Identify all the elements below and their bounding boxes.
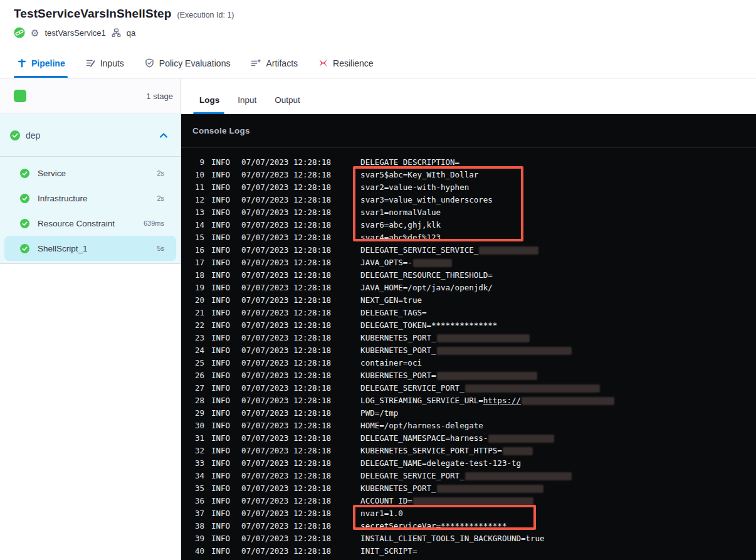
- pipeline-icon: [18, 58, 26, 68]
- log-line: 11 INFO 07/07/2023 12:28:18 svar2=value-…: [181, 181, 756, 194]
- log-line: 30 INFO 07/07/2023 12:28:18 HOME=/opt/ha…: [181, 420, 756, 432]
- service-name[interactable]: testVarsService1: [45, 28, 105, 38]
- log-line: 20 INFO 07/07/2023 12:28:18 NEXT_GEN=tru…: [181, 294, 756, 307]
- log-text: DELEGATE_NAMESPACE=harness-: [360, 432, 488, 445]
- log-timestamp: 07/07/2023 12:28:18: [241, 457, 331, 470]
- log-message: secretServiceVar=**************: [360, 520, 507, 532]
- step-row[interactable]: ShellScript_1 5s: [4, 236, 176, 261]
- log-timestamp: 07/07/2023 12:28:18: [241, 294, 331, 307]
- log-line: 10 INFO 07/07/2023 12:28:18 svar5$abc=Ke…: [181, 169, 756, 181]
- tab-inputs[interactable]: Inputs: [86, 48, 124, 78]
- log-line: 12 INFO 07/07/2023 12:28:18 svar3=value_…: [181, 194, 756, 206]
- log-text: JAVA_OPTS=-: [360, 256, 412, 269]
- log-timestamp: 07/07/2023 12:28:18: [241, 244, 331, 256]
- log-timestamp: 07/07/2023 12:28:18: [241, 545, 331, 557]
- log-timestamp: 07/07/2023 12:28:18: [241, 319, 331, 332]
- log-message: DELEGATE_SERVICE_SERVICE_: [360, 244, 539, 256]
- tab-label: Pipeline: [31, 58, 65, 68]
- log-message: DELEGATE_TAGS=: [360, 307, 426, 319]
- log-text: JAVA_HOME=/opt/java/openjdk/: [360, 282, 493, 294]
- step-label: ShellScript_1: [38, 244, 88, 253]
- log-line-number: 14: [181, 219, 204, 231]
- log-line-number: 10: [181, 169, 204, 181]
- chevron-up-icon[interactable]: [159, 132, 168, 139]
- log-line-number: 19: [181, 282, 204, 294]
- log-timestamp: 07/07/2023 12:28:18: [241, 382, 331, 394]
- stage-success-icon: [10, 130, 20, 140]
- log-line: 38 INFO 07/07/2023 12:28:18 secretServic…: [181, 520, 756, 532]
- tab-label: Policy Evaluations: [159, 58, 231, 68]
- log-level: INFO: [211, 282, 230, 294]
- log-text: KUBERNETES_SERVICE_PORT_HTTPS=: [360, 445, 502, 457]
- log-message: KUBERNETES_PORT_: [360, 344, 572, 357]
- log-level: INFO: [211, 394, 230, 407]
- log-timestamp: 07/07/2023 12:28:18: [241, 307, 331, 319]
- log-level: INFO: [211, 470, 230, 482]
- console-log-area[interactable]: 9 INFO 07/07/2023 12:28:18 DELEGATE_DESC…: [181, 148, 756, 557]
- log-level: INFO: [211, 181, 230, 194]
- log-text: secretServiceVar=**************: [360, 520, 507, 532]
- log-message: DELEGATE_RESOURCE_THRESHOLD=: [360, 269, 493, 282]
- log-line-number: 34: [181, 470, 204, 482]
- log-message: KUBERNETES_PORT=: [360, 369, 537, 382]
- redacted-text: [437, 347, 572, 355]
- step-duration: 639ms: [144, 219, 164, 227]
- log-line-number: 16: [181, 244, 204, 256]
- log-level: INFO: [211, 507, 230, 520]
- resilience-chaos-icon: [318, 58, 328, 68]
- inputs-icon: [86, 58, 95, 68]
- log-link[interactable]: https://: [483, 394, 521, 407]
- tab-input[interactable]: Input: [238, 95, 256, 114]
- redacted-text: [488, 435, 554, 443]
- log-timestamp: 07/07/2023 12:28:18: [241, 357, 331, 369]
- tab-logs[interactable]: Logs: [199, 95, 219, 114]
- log-text: INIT_SCRIPT=: [360, 545, 417, 557]
- log-timestamp: 07/07/2023 12:28:18: [241, 369, 331, 382]
- log-timestamp: 07/07/2023 12:28:18: [241, 344, 331, 357]
- tab-pipeline[interactable]: Pipeline: [18, 48, 65, 78]
- log-text: KUBERNETES_PORT=: [360, 369, 436, 382]
- log-timestamp: 07/07/2023 12:28:18: [241, 231, 331, 244]
- log-line-number: 13: [181, 206, 204, 219]
- log-text: nvar1=1.0: [360, 507, 403, 520]
- log-line-number: 26: [181, 369, 204, 382]
- log-text: PWD=/tmp: [360, 407, 398, 420]
- log-line-number: 25: [181, 357, 204, 369]
- log-timestamp: 07/07/2023 12:28:18: [241, 282, 331, 294]
- log-text: HOME=/opt/harness-delegate: [360, 420, 483, 432]
- log-line-number: 32: [181, 445, 204, 457]
- redacted-text: [437, 334, 530, 342]
- environment-name[interactable]: qa: [127, 28, 135, 38]
- log-text: ACCOUNT_ID=: [360, 495, 412, 507]
- log-line: 22 INFO 07/07/2023 12:28:18 DELEGATE_TOK…: [181, 319, 756, 332]
- log-message: svar2=value-with-hyphen: [360, 181, 469, 194]
- redacted-text: [413, 497, 533, 505]
- log-line: 18 INFO 07/07/2023 12:28:18 DELEGATE_RES…: [181, 269, 756, 282]
- log-line: 39 INFO 07/07/2023 12:28:18 INSTALL_CLIE…: [181, 532, 756, 545]
- tab-resilience[interactable]: Resilience: [318, 48, 374, 78]
- log-text: NEXT_GEN=true: [360, 294, 422, 307]
- log-level: INFO: [211, 269, 230, 282]
- tab-policy-evaluations[interactable]: Policy Evaluations: [145, 48, 231, 78]
- stage-minimap-square[interactable]: [14, 90, 26, 102]
- log-level: INFO: [211, 382, 230, 394]
- log-timestamp: 07/07/2023 12:28:18: [241, 156, 331, 169]
- tab-output[interactable]: Output: [275, 95, 300, 114]
- shield-check-icon: [145, 58, 154, 68]
- log-level: INFO: [211, 369, 230, 382]
- log-line: 9 INFO 07/07/2023 12:28:18 DELEGATE_DESC…: [181, 156, 756, 169]
- log-line: 17 INFO 07/07/2023 12:28:18 JAVA_OPTS=-: [181, 256, 756, 269]
- log-timestamp: 07/07/2023 12:28:18: [241, 495, 331, 507]
- log-line-number: 20: [181, 294, 204, 307]
- step-row[interactable]: Infrastructure 2s: [0, 186, 181, 211]
- tab-artifacts[interactable]: Artifacts: [251, 48, 298, 78]
- step-duration: 5s: [157, 245, 164, 252]
- step-label: Infrastructure: [38, 194, 88, 203]
- step-row[interactable]: Service 2s: [0, 161, 181, 186]
- log-level: INFO: [211, 307, 230, 319]
- step-label: Service: [38, 169, 66, 178]
- step-row[interactable]: Resource Constraint 639ms: [0, 211, 181, 236]
- log-message: LOG_STREAMING_SERVICE_URL=https://: [360, 394, 615, 407]
- stage-row-dep[interactable]: dep: [0, 114, 181, 157]
- log-text: container=oci: [360, 357, 422, 369]
